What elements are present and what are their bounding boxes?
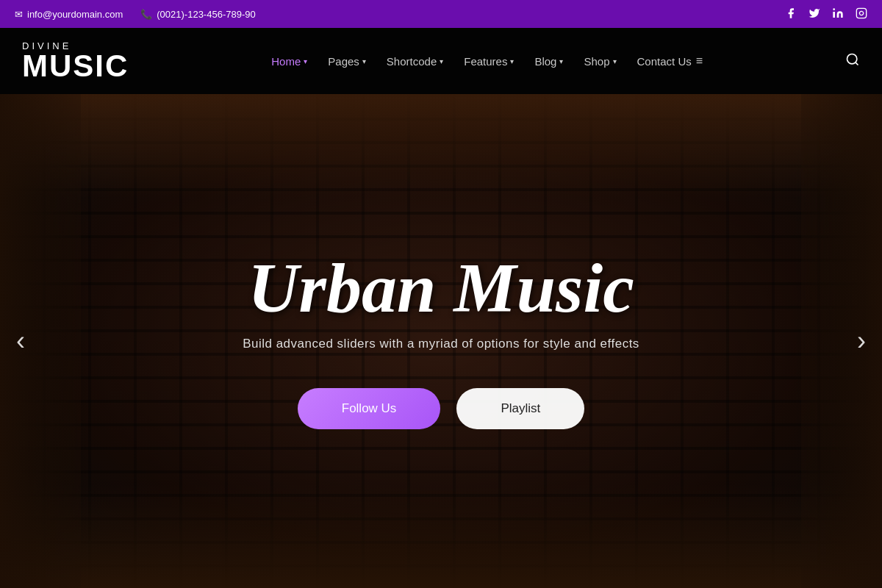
- nav-item-features[interactable]: Features ▾: [464, 55, 514, 68]
- hero-content: Urban Music Build advanced sliders with …: [0, 94, 882, 588]
- email-icon: ✉: [15, 9, 23, 20]
- hero-buttons: Follow Us Playlist: [298, 388, 584, 429]
- blog-dropdown-icon: ▾: [559, 57, 563, 65]
- features-dropdown-icon: ▾: [510, 57, 514, 65]
- nav-link-pages[interactable]: Pages ▾: [328, 55, 366, 68]
- phone-number: (0021)-123-456-789-90: [157, 9, 255, 20]
- shortcode-dropdown-icon: ▾: [440, 57, 443, 65]
- home-dropdown-icon: ▾: [304, 57, 307, 65]
- nav-link-shop[interactable]: Shop ▾: [584, 55, 616, 68]
- nav-link-features[interactable]: Features ▾: [464, 55, 514, 68]
- phone-info: 📞 (0021)-123-456-789-90: [140, 9, 255, 20]
- hero-title: Urban Music: [248, 253, 634, 323]
- nav-link-shortcode[interactable]: Shortcode ▾: [387, 55, 443, 68]
- nav-link-contact[interactable]: Contact Us ≡: [637, 54, 703, 68]
- hero-slider: ‹ › Urban Music Build advanced sliders w…: [0, 94, 882, 588]
- search-button[interactable]: [845, 52, 860, 71]
- instagram-icon[interactable]: [856, 7, 867, 21]
- nav-item-shortcode[interactable]: Shortcode ▾: [387, 55, 443, 68]
- nav-link-home[interactable]: Home ▾: [271, 55, 307, 68]
- nav-item-contact[interactable]: Contact Us ≡: [637, 54, 703, 68]
- next-slide-button[interactable]: ›: [857, 326, 866, 356]
- hero-subtitle: Build advanced sliders with a myriad of …: [243, 337, 639, 351]
- playlist-button[interactable]: Playlist: [456, 388, 584, 429]
- shop-dropdown-icon: ▾: [613, 57, 617, 65]
- svg-point-3: [847, 54, 857, 63]
- nav-item-shop[interactable]: Shop ▾: [584, 55, 616, 68]
- svg-rect-1: [856, 8, 866, 18]
- nav-item-pages[interactable]: Pages ▾: [328, 55, 366, 68]
- navbar: DIVINE MUSIC Home ▾ Pages ▾ Shortcode ▾ …: [0, 28, 882, 94]
- logo-music: MUSIC: [22, 51, 129, 82]
- email-address: info@yourdomain.com: [27, 9, 123, 20]
- social-links: [785, 7, 867, 21]
- nav-link-blog[interactable]: Blog ▾: [534, 55, 563, 68]
- nav-item-home[interactable]: Home ▾: [271, 55, 307, 68]
- email-info: ✉ info@yourdomain.com: [15, 9, 123, 20]
- nav-menu: Home ▾ Pages ▾ Shortcode ▾ Features ▾ Bl: [271, 54, 703, 68]
- svg-point-0: [833, 8, 835, 10]
- nav-item-blog[interactable]: Blog ▾: [534, 55, 563, 68]
- svg-line-4: [856, 62, 858, 65]
- menu-lines-icon: ≡: [696, 54, 703, 68]
- pages-dropdown-icon: ▾: [362, 57, 366, 65]
- follow-us-button[interactable]: Follow Us: [298, 388, 441, 429]
- phone-icon: 📞: [140, 9, 152, 20]
- linkedin-icon[interactable]: [832, 7, 844, 21]
- logo[interactable]: DIVINE MUSIC: [22, 41, 129, 82]
- facebook-icon[interactable]: [785, 7, 797, 21]
- prev-slide-button[interactable]: ‹: [16, 326, 25, 356]
- twitter-icon[interactable]: [808, 7, 820, 21]
- topbar-contact: ✉ info@yourdomain.com 📞 (0021)-123-456-7…: [15, 9, 256, 20]
- topbar: ✉ info@yourdomain.com 📞 (0021)-123-456-7…: [0, 0, 882, 28]
